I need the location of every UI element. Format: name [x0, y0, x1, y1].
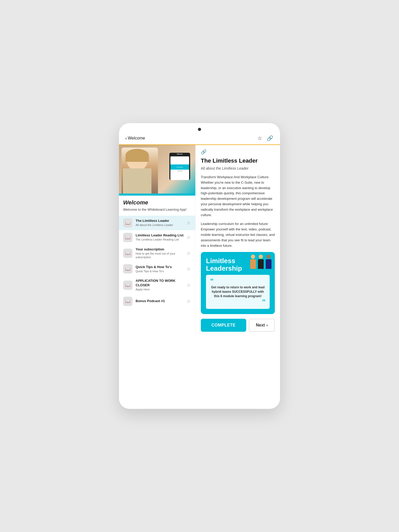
- main-content: Welcome The Limitless Leadership Welcome…: [119, 145, 280, 336]
- list-text: APPLICATION TO WORK CLOSER Apply Here: [136, 279, 186, 291]
- list-item-title: APPLICATION TO WORK CLOSER: [136, 279, 186, 288]
- list-item-subtitle: All about the Limitless Leader: [136, 223, 186, 227]
- quote-close: ": [210, 299, 265, 305]
- list-text: Quick Tips & How To's Quick Tips & How T…: [136, 265, 186, 273]
- list-icon-book: 📖: [123, 218, 132, 228]
- list-item[interactable]: 📖 APPLICATION TO WORK CLOSER Apply Here …: [119, 276, 195, 294]
- quote-open: ": [210, 278, 265, 284]
- content-subtitle: All about the Limitless Leader: [201, 166, 275, 170]
- list-icon-book: 📖: [123, 264, 132, 274]
- list-item-subtitle: The Limitless Leader Reading List: [136, 238, 186, 241]
- list-item[interactable]: 📖 Limitless Leader Reading List The Limi…: [119, 230, 195, 245]
- list-text: The Limitless Leader All about the Limit…: [136, 219, 186, 227]
- list-item[interactable]: 📖 Your subscription How to get the most …: [119, 245, 195, 262]
- back-button[interactable]: ‹ Welcome: [125, 136, 145, 141]
- welcome-title: Welcome: [123, 199, 191, 206]
- list-text: Limitless Leader Reading List The Limitl…: [136, 233, 186, 241]
- device-frame: ‹ Welcome ☆ 🔗 Welcome: [119, 123, 280, 409]
- next-label: Next: [256, 323, 265, 328]
- star-button[interactable]: ☆: [186, 265, 191, 272]
- tablet-welcome-label: Welcome: [169, 153, 190, 155]
- list-item-title: Your subscription: [136, 247, 186, 252]
- list-text: Bonus Podcast #1: [136, 299, 186, 303]
- list-item[interactable]: 📖 The Limitless Leader All about the Lim…: [119, 216, 195, 230]
- link-button[interactable]: 🔗: [266, 135, 274, 142]
- quote-text: Get ready to return to work and lead hyb…: [210, 285, 265, 298]
- star-button[interactable]: ☆: [186, 250, 191, 257]
- list-item-title: Quick Tips & How To's: [136, 265, 186, 269]
- hero-person: [122, 148, 158, 196]
- complete-button[interactable]: COMPLETE: [201, 319, 246, 332]
- content-body-2: Leadership curriculum for an unlimited f…: [201, 221, 275, 248]
- right-panel: 🔗 The Limitless Leader All about the Lim…: [196, 145, 280, 336]
- back-label: Welcome: [128, 136, 145, 141]
- list-item[interactable]: 📖 Bonus Podcast #1 ☆: [119, 294, 195, 309]
- card-title: LimitlessLeadership: [206, 257, 270, 272]
- welcome-subtitle: Welcome to the Whiteboard Learning App!: [123, 208, 191, 211]
- star-button[interactable]: ☆: [186, 234, 191, 241]
- list-item-subtitle: How to get the most out of your subscrip…: [136, 252, 186, 259]
- top-icons: ☆ 🔗: [257, 135, 274, 142]
- list-icon-book: 📖: [123, 249, 132, 258]
- list-icon-book: 📖: [123, 281, 132, 290]
- welcome-section: Welcome Welcome to the Whiteboard Learni…: [119, 196, 195, 214]
- star-button[interactable]: ☆: [186, 298, 191, 305]
- list-text: Your subscription How to get the most ou…: [136, 247, 186, 259]
- next-arrow-icon: ›: [267, 323, 268, 328]
- list-item-title: The Limitless Leader: [136, 219, 186, 223]
- hero-image: Welcome The Limitless Leadership: [119, 145, 195, 196]
- card-quote-box: " Get ready to return to work and lead h…: [206, 275, 270, 309]
- list-item[interactable]: 📖 Quick Tips & How To's Quick Tips & How…: [119, 262, 195, 276]
- back-arrow-icon: ‹: [125, 136, 127, 141]
- content-link-icon: 🔗: [201, 149, 275, 155]
- list-item-subtitle: Quick Tips & How To's: [136, 269, 186, 273]
- top-bar: ‹ Welcome ☆ 🔗: [119, 131, 280, 145]
- list-icon-book: 📖: [123, 297, 132, 306]
- list-item-title: Bonus Podcast #1: [136, 299, 186, 303]
- limitless-card: LimitlessLeadership: [201, 252, 275, 314]
- left-panel: Welcome The Limitless Leadership Welcome…: [119, 145, 196, 336]
- content-body-1: Transform Workplace And Workplace Cultur…: [201, 175, 275, 218]
- list-items: 📖 The Limitless Leader All about the Lim…: [119, 214, 195, 311]
- star-button[interactable]: ☆: [186, 282, 191, 289]
- list-icon-book: 📖: [123, 233, 132, 242]
- list-item-subtitle: Apply Here: [136, 288, 186, 291]
- hero-cyan-bar: [119, 194, 195, 196]
- star-button[interactable]: ☆: [186, 220, 191, 226]
- camera-dot: [198, 128, 201, 131]
- hero-tablet: Welcome The Limitless Leadership: [169, 153, 190, 180]
- content-title: The Limitless Leader: [201, 157, 275, 164]
- bookmark-button[interactable]: ☆: [257, 135, 263, 142]
- tablet-screen: The Limitless Leadership: [170, 156, 189, 180]
- action-buttons: COMPLETE Next ›: [201, 319, 275, 332]
- next-button[interactable]: Next ›: [249, 319, 275, 332]
- list-item-title: Limitless Leader Reading List: [136, 233, 186, 238]
